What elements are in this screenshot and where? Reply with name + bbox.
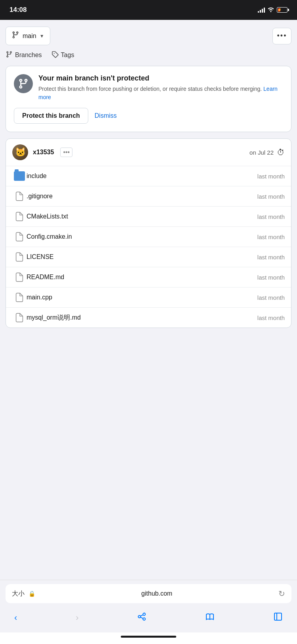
file-icon xyxy=(12,272,27,282)
share-button[interactable] xyxy=(132,610,151,625)
status-bar: 14:08 ⚡ xyxy=(0,0,297,20)
protect-card: Your main branch isn't protected Protect… xyxy=(6,66,291,132)
file-time: last month xyxy=(257,234,285,240)
file-icon xyxy=(12,192,27,201)
branches-tab-icon xyxy=(6,51,13,59)
branch-selector[interactable]: main ▼ xyxy=(6,27,50,45)
file-time: last month xyxy=(257,314,285,321)
file-time: last month xyxy=(257,213,285,220)
protect-description: Protect this branch from force pushing o… xyxy=(38,85,283,102)
back-button[interactable]: ‹ xyxy=(10,611,22,625)
file-time: last month xyxy=(257,173,285,180)
signal-bars-icon xyxy=(258,7,265,13)
home-bar xyxy=(0,632,297,644)
user-avatar: 🐱 xyxy=(12,144,28,160)
browser-navigation: ‹ › xyxy=(6,609,291,629)
branch-row: main ▼ ••• xyxy=(6,27,291,45)
list-item[interactable]: CMakeLists.txt last month xyxy=(6,207,291,227)
status-time: 14:08 xyxy=(10,6,27,14)
tags-tab-icon xyxy=(51,51,59,59)
browser-bar: 大小 🔒 github.com ↻ ‹ › xyxy=(0,580,297,632)
file-time: last month xyxy=(257,193,285,200)
forward-button[interactable]: › xyxy=(71,611,83,625)
more-icon: ••• xyxy=(277,32,287,40)
list-item[interactable]: include last month xyxy=(6,166,291,186)
list-item[interactable]: mysql_orm说明.md last month xyxy=(6,308,291,328)
commit-date: on Jul 22 ⏱ xyxy=(249,148,285,157)
list-item[interactable]: README.md last month xyxy=(6,267,291,288)
file-name: README.md xyxy=(27,274,257,281)
home-indicator xyxy=(121,636,176,638)
tabs-button[interactable] xyxy=(268,610,287,625)
file-time: last month xyxy=(257,294,285,301)
svg-rect-0 xyxy=(274,613,282,620)
history-icon[interactable]: ⏱ xyxy=(277,148,285,157)
file-icon xyxy=(12,313,27,322)
bookmarks-button[interactable] xyxy=(200,610,219,625)
protect-actions: Protect this branch Dismiss xyxy=(14,108,283,124)
list-item[interactable]: LICENSE last month xyxy=(6,247,291,267)
file-name: mysql_orm说明.md xyxy=(27,314,257,322)
file-name: include xyxy=(27,172,257,180)
protect-title: Your main branch isn't protected xyxy=(38,74,283,82)
commit-more-button[interactable]: ••• xyxy=(60,148,72,157)
file-name: Config.cmake.in xyxy=(27,233,257,240)
git-branch-icon xyxy=(11,31,19,41)
file-list: include last month .gitignore last month xyxy=(6,166,291,328)
lock-icon: 🔒 xyxy=(29,590,35,597)
wifi-icon xyxy=(267,7,274,13)
file-icon xyxy=(12,232,27,242)
folder-icon xyxy=(12,171,27,181)
tabs-row: Branches Tags xyxy=(6,51,291,59)
list-item[interactable]: main.cpp last month xyxy=(6,288,291,308)
file-icon xyxy=(12,212,27,221)
dismiss-button[interactable]: Dismiss xyxy=(95,112,117,119)
file-name: main.cpp xyxy=(27,294,257,301)
list-item[interactable]: .gitignore last month xyxy=(6,186,291,207)
file-name: CMakeLists.txt xyxy=(27,213,257,220)
file-time: last month xyxy=(257,254,285,261)
tab-branches[interactable]: Branches xyxy=(6,51,42,59)
more-options-button[interactable]: ••• xyxy=(272,28,291,44)
commit-header: 🐱 x13535 ••• on Jul 22 ⏱ xyxy=(6,139,291,166)
file-name: LICENSE xyxy=(27,253,257,261)
chevron-down-icon: ▼ xyxy=(40,33,44,39)
url-bar[interactable]: 大小 🔒 github.com ↻ xyxy=(6,584,291,603)
protect-avatar xyxy=(14,74,33,93)
branch-name: main xyxy=(23,33,36,40)
url-address[interactable]: github.com xyxy=(39,590,274,597)
list-item[interactable]: Config.cmake.in last month xyxy=(6,227,291,247)
protect-branch-button[interactable]: Protect this branch xyxy=(14,108,88,124)
reload-icon[interactable]: ↻ xyxy=(278,589,285,598)
protect-text: Your main branch isn't protected Protect… xyxy=(38,74,283,102)
file-name: .gitignore xyxy=(27,193,257,200)
battery-icon: ⚡ xyxy=(277,7,287,13)
tags-tab-label: Tags xyxy=(61,52,74,59)
font-size-label[interactable]: 大小 xyxy=(12,590,25,598)
file-icon xyxy=(12,252,27,262)
file-time: last month xyxy=(257,274,285,281)
tab-tags[interactable]: Tags xyxy=(51,51,74,59)
file-icon xyxy=(12,293,27,302)
branches-tab-label: Branches xyxy=(15,52,42,59)
commit-card: 🐱 x13535 ••• on Jul 22 ⏱ include last mo… xyxy=(6,138,291,328)
commit-username[interactable]: x13535 xyxy=(33,149,54,156)
status-icons: ⚡ xyxy=(258,7,287,13)
